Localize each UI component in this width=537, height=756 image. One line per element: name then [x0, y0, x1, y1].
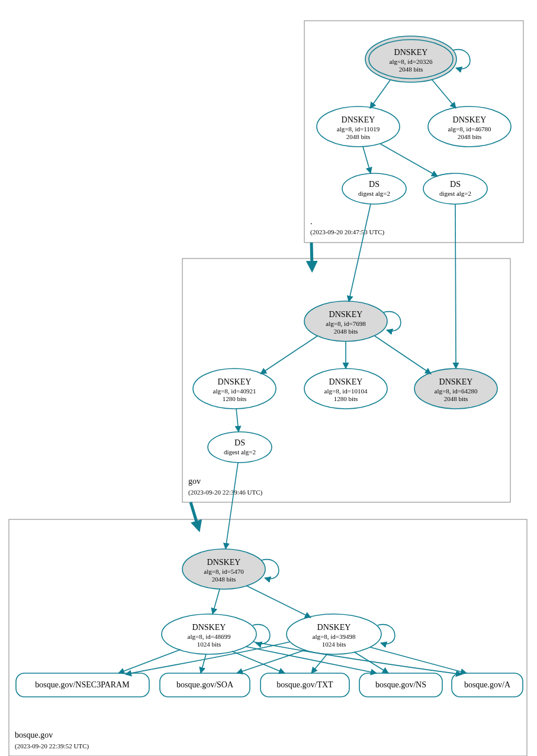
dnssec-chain-diagram: . (2023-09-20 20:47:53 UTC) DNSKEY alg=8… — [0, 0, 537, 756]
svg-text:digest alg=2: digest alg=2 — [358, 190, 390, 197]
zone-ts-bosque: (2023-09-20 22:39:52 UTC) — [15, 742, 89, 750]
edge-boszsk2-a — [370, 647, 467, 673]
svg-text:DS: DS — [450, 180, 461, 189]
svg-text:DNSKEY: DNSKEY — [317, 623, 351, 632]
edge-bosksk-zsk1 — [213, 589, 220, 614]
zone-box-bosque — [9, 519, 527, 756]
svg-text:bosque.gov/SOA: bosque.gov/SOA — [176, 680, 234, 689]
svg-text:2048 bits: 2048 bits — [334, 328, 358, 335]
svg-text:digest alg=2: digest alg=2 — [439, 190, 471, 197]
svg-text:bosque.gov/NS: bosque.gov/NS — [375, 680, 426, 689]
rr-nsec3param: bosque.gov/NSEC3PARAM — [16, 673, 149, 697]
svg-text:alg=8, id=64280: alg=8, id=64280 — [435, 387, 478, 395]
svg-text:alg=8, id=11019: alg=8, id=11019 — [337, 125, 380, 133]
svg-text:alg=8, id=10104: alg=8, id=10104 — [324, 387, 368, 395]
delegation-gov-bosque — [191, 502, 198, 528]
rr-soa: bosque.gov/SOA — [160, 673, 250, 697]
zone-label-bosque: bosque.gov — [15, 731, 53, 739]
edge-bosksk-zsk2 — [246, 586, 311, 618]
svg-text:alg=8, id=7698: alg=8, id=7698 — [326, 320, 366, 327]
node-gov-zsk1: DNSKEY alg=8, id=40921 1280 bits — [193, 369, 276, 409]
zone-ts-root: (2023-09-20 20:47:53 UTC) — [310, 228, 385, 236]
node-gov-zsk2: DNSKEY alg=8, id=10104 1280 bits — [304, 369, 387, 409]
rr-ns: bosque.gov/NS — [359, 673, 442, 697]
edge-boszsk1-txt — [232, 651, 285, 673]
svg-text:1024 bits: 1024 bits — [322, 641, 346, 648]
rr-txt: bosque.gov/TXT — [261, 673, 349, 697]
svg-text:alg=8, id=48699: alg=8, id=48699 — [188, 633, 231, 640]
svg-text:DNSKEY: DNSKEY — [192, 623, 226, 632]
node-gov-ds: DS digest alg=2 — [208, 432, 272, 463]
svg-text:DNSKEY: DNSKEY — [394, 48, 428, 57]
edge-rootds1-govksk — [349, 204, 371, 302]
edge-govds-bosksk — [226, 463, 238, 549]
edge-rootksk-zsk1 — [370, 79, 391, 108]
zone-label-root: . — [310, 217, 313, 226]
svg-text:1280 bits: 1280 bits — [223, 395, 247, 402]
svg-text:DNSKEY: DNSKEY — [453, 115, 487, 124]
edge-boszsk2-soa — [237, 650, 305, 673]
svg-text:bosque.gov/A: bosque.gov/A — [464, 680, 511, 689]
edge-govzsk1-ds — [236, 409, 239, 432]
svg-text:DNSKEY: DNSKEY — [218, 377, 252, 386]
svg-text:1024 bits: 1024 bits — [197, 641, 221, 648]
node-root-ds1: DS digest alg=2 — [342, 173, 406, 204]
svg-text:1280 bits: 1280 bits — [334, 395, 358, 402]
svg-text:alg=8, id=46780: alg=8, id=46780 — [448, 125, 491, 133]
svg-text:2048 bits: 2048 bits — [458, 133, 482, 140]
node-gov-zsk3: DNSKEY alg=8, id=64280 2048 bits — [414, 369, 497, 409]
node-root-ds2: DS digest alg=2 — [423, 173, 487, 204]
svg-text:digest alg=2: digest alg=2 — [224, 448, 256, 455]
svg-text:alg=8, id=40921: alg=8, id=40921 — [213, 387, 256, 395]
svg-text:2048 bits: 2048 bits — [212, 576, 236, 583]
node-bos-zsk2: DNSKEY alg=8, id=39498 1024 bits — [287, 614, 395, 654]
node-root-ksk: DNSKEY alg=8, id=20326 2048 bits — [365, 36, 470, 82]
svg-text:DNSKEY: DNSKEY — [329, 377, 363, 386]
svg-text:bosque.gov/TXT: bosque.gov/TXT — [276, 680, 333, 689]
svg-text:DS: DS — [234, 438, 245, 447]
delegation-root-gov — [311, 243, 312, 268]
node-root-zsk2: DNSKEY alg=8, id=46780 2048 bits — [428, 106, 511, 147]
edge-boszsk1-soa — [201, 654, 206, 673]
edge-govksk-zsk1 — [261, 336, 317, 374]
svg-text:bosque.gov/NSEC3PARAM: bosque.gov/NSEC3PARAM — [35, 680, 130, 689]
node-bos-ksk: DNSKEY alg=8, id=5470 2048 bits — [182, 549, 279, 589]
svg-text:alg=8, id=20326: alg=8, id=20326 — [390, 58, 433, 65]
zone-label-gov: gov — [188, 477, 201, 486]
edge-rootksk-zsk2 — [432, 79, 456, 108]
edge-rootzsk1-ds1 — [363, 147, 371, 173]
svg-text:2048 bits: 2048 bits — [444, 395, 468, 402]
edge-rootds2-govzsk3 — [455, 204, 456, 369]
edge-boszsk2-txt — [311, 654, 327, 673]
svg-text:DS: DS — [369, 180, 380, 189]
rr-a: bosque.gov/A — [452, 673, 523, 697]
svg-text:DNSKEY: DNSKEY — [342, 115, 375, 124]
node-gov-ksk: DNSKEY alg=8, id=7698 2048 bits — [304, 301, 401, 341]
svg-text:alg=8, id=39498: alg=8, id=39498 — [313, 633, 356, 640]
node-root-zsk1: DNSKEY alg=8, id=11019 2048 bits — [317, 106, 400, 147]
svg-text:DNSKEY: DNSKEY — [207, 558, 241, 567]
edge-rootzsk1-ds2 — [380, 144, 438, 176]
svg-text:2048 bits: 2048 bits — [346, 133, 371, 140]
svg-text:DNSKEY: DNSKEY — [439, 377, 473, 386]
svg-text:DNSKEY: DNSKEY — [329, 310, 363, 319]
zone-ts-gov: (2023-09-20 22:39:46 UTC) — [188, 489, 263, 496]
edge-govksk-zsk3 — [375, 336, 431, 374]
svg-text:2048 bits: 2048 bits — [399, 66, 423, 73]
svg-text:alg=8, id=5470: alg=8, id=5470 — [204, 568, 244, 575]
